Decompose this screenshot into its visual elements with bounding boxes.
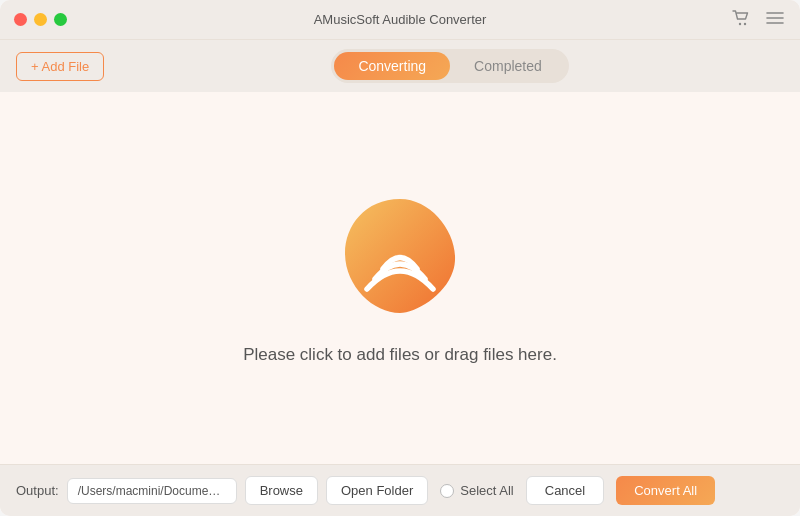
output-path[interactable]: /Users/macmini/Documents/AMusicSoft Aud [67, 478, 237, 504]
app-title: AMusicSoft Audible Converter [314, 12, 487, 27]
drop-area[interactable]: Please click to add files or drag files … [0, 92, 800, 464]
toolbar: + Add File Converting Completed [0, 40, 800, 92]
tab-group: Converting Completed [331, 49, 568, 83]
cart-icon[interactable] [730, 8, 752, 32]
output-label: Output: [16, 483, 59, 498]
bottom-bar: Output: /Users/macmini/Documents/AMusicS… [0, 464, 800, 516]
menu-icon[interactable] [764, 9, 786, 31]
select-all-group: Select All [440, 483, 513, 498]
cancel-button[interactable]: Cancel [526, 476, 604, 505]
select-all-label[interactable]: Select All [460, 483, 513, 498]
close-button[interactable] [14, 13, 27, 26]
title-bar-actions [730, 8, 786, 32]
svg-point-0 [739, 22, 741, 24]
drop-hint-text: Please click to add files or drag files … [243, 345, 557, 365]
tab-converting[interactable]: Converting [334, 52, 450, 80]
window-controls [14, 13, 67, 26]
app-logo [335, 191, 465, 321]
convert-all-button[interactable]: Convert All [616, 476, 715, 505]
app-window: AMusicSoft Audible Converter + Add File [0, 0, 800, 516]
minimize-button[interactable] [34, 13, 47, 26]
select-all-radio[interactable] [440, 484, 454, 498]
maximize-button[interactable] [54, 13, 67, 26]
open-folder-button[interactable]: Open Folder [326, 476, 428, 505]
browse-button[interactable]: Browse [245, 476, 318, 505]
add-file-button[interactable]: + Add File [16, 52, 104, 81]
title-bar: AMusicSoft Audible Converter [0, 0, 800, 40]
svg-point-1 [744, 22, 746, 24]
tab-completed[interactable]: Completed [450, 52, 566, 80]
